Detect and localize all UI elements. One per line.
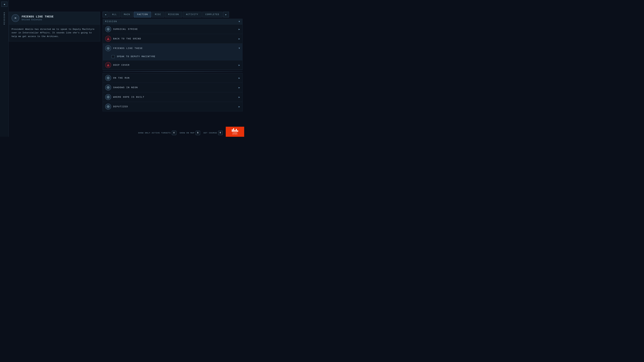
show-map-label: SHOW ON MAP [180, 132, 194, 134]
right-panel: ◀ ALL MAIN FACTION MISC MISSION ACTIVITY… [103, 12, 242, 130]
mission-item-arrow-friends-expanded: ▼ [239, 47, 240, 50]
mission-faction: United Colonies [22, 18, 54, 21]
tab-mission[interactable]: MISSION [165, 12, 182, 17]
set-course-label: SET COURSE [204, 132, 217, 134]
svg-rect-7 [108, 38, 108, 39]
show-map-hint: SHOW ON MAP B [180, 131, 200, 135]
show-map-key: B [196, 131, 200, 135]
svg-point-31 [108, 96, 108, 97]
mission-item-arrow-on-the-run: ▶ [239, 77, 240, 79]
tab-faction[interactable]: FACTION [134, 12, 151, 17]
sidebar-toggle-icon: ◀ [4, 3, 5, 6]
show-active-key: U [172, 131, 176, 135]
mission-item-arrow-where-hope-is-built: ▶ [239, 96, 240, 98]
nav-next-button[interactable]: ▶ [223, 12, 229, 17]
sidebar-label: MISSIONS [3, 12, 5, 25]
mission-icon-surgical-strike [105, 26, 111, 32]
faction-icon-text: UC [14, 17, 16, 19]
mission-item-text-surgical-strike: SURGICAL STRIKE [113, 28, 239, 30]
mission-item-text-where-hope-is-built: WHERE HOPE IS BUILT [113, 96, 239, 98]
mission-item-where-hope-is-built[interactable]: WHERE HOPE IS BUILT ▶ [103, 92, 242, 102]
svg-point-19 [108, 77, 108, 78]
mission-icon-on-the-run [105, 75, 111, 81]
faction-icon: UC [12, 14, 19, 22]
set-course-key: R [218, 131, 222, 135]
mission-item-text-friends-like-these: FRIENDS LIKE THESE [113, 47, 239, 50]
sidebar: ◀ MISSIONS [0, 0, 9, 137]
gamer-guides-text: GAMER GUIDES [232, 132, 238, 135]
task-text-speak-macintyre: SPEAK TO DEPUTY MACINTYRE [117, 55, 156, 58]
tab-main[interactable]: MAIN [121, 12, 133, 17]
mission-item-text-on-the-run: ON THE RUN [113, 77, 239, 79]
section-dropdown-icon: ▼ [239, 20, 240, 23]
mission-item-on-the-run[interactable]: ON THE RUN ▶ [103, 73, 242, 83]
mission-icon-shadows-in-neon [105, 84, 111, 90]
mission-icon-where-hope-is-built [105, 94, 111, 100]
gg-bar-3 [234, 130, 236, 132]
section-header[interactable]: MISSION ▼ [103, 19, 242, 24]
mission-item-deputized[interactable]: DEPUTIZED ▶ [103, 102, 242, 111]
gamer-guides-icon [232, 128, 238, 132]
mission-item-text-deep-cover: DEEP COVER [113, 64, 239, 66]
gamer-guides-sub: GUIDES [232, 134, 238, 135]
nav-prev-button[interactable]: ◀ [103, 12, 108, 17]
nav-prev-icon: ◀ [105, 13, 106, 16]
mission-item-text-shadows-in-neon: SHADOWS IN NEON [113, 86, 239, 89]
mission-item-arrow-surgical-strike: ▶ [239, 28, 240, 31]
tab-misc[interactable]: MISC [152, 12, 164, 17]
mission-item-shadows-in-neon[interactable]: SHADOWS IN NEON ▶ [103, 83, 242, 92]
mission-name: Friends Like These [22, 15, 54, 18]
gamer-guides-watermark: GAMER GUIDES [226, 127, 244, 137]
mission-icon-back-to-grind [105, 36, 111, 42]
svg-rect-17 [108, 66, 108, 66]
tab-activity[interactable]: ACTIVITY [183, 12, 202, 17]
mission-description: President Abello has directed me to spea… [9, 24, 100, 41]
svg-point-1 [108, 29, 108, 29]
mission-item-arrow-deputized: ▶ [239, 105, 240, 108]
mission-item-surgical-strike[interactable]: SURGICAL STRIKE ▶ [103, 24, 242, 34]
gamer-guides-title: GAMER [232, 132, 238, 134]
mission-list-area: SURGICAL STRIKE ▶ BACK TO THE GRIND ▶ [103, 24, 242, 111]
show-active-hint: SHOW ONLY ACTIVE TARGETS U [138, 131, 176, 135]
mission-item-arrow-shadows-in-neon: ▶ [239, 86, 240, 89]
left-panel: UC Friends Like These United Colonies Pr… [9, 12, 100, 41]
svg-rect-8 [108, 39, 108, 40]
mission-icon-deputized [105, 104, 111, 110]
mission-item-text-deputized: DEPUTIZED [113, 105, 239, 108]
mission-title-block: Friends Like These United Colonies [22, 15, 54, 21]
gg-bar-1 [232, 129, 233, 132]
svg-point-25 [108, 87, 108, 88]
svg-point-37 [108, 106, 108, 107]
svg-point-10 [108, 48, 108, 49]
tab-all[interactable]: ALL [109, 12, 120, 17]
show-active-label: SHOW ONLY ACTIVE TARGETS [138, 132, 171, 134]
mission-icon-deep-cover [105, 62, 111, 68]
mission-item-friends-like-these[interactable]: FRIENDS LIKE THESE ▼ [103, 43, 242, 53]
task-item-speak-macintyre[interactable]: SPEAK TO DEPUTY MACINTYRE [103, 53, 242, 60]
list-divider [103, 71, 242, 72]
tab-nav: ◀ ALL MAIN FACTION MISC MISSION ACTIVITY… [103, 12, 242, 17]
gg-bar-4 [236, 129, 237, 132]
gg-bar-5 [237, 130, 238, 132]
tab-completed[interactable]: COMPLETED [202, 12, 222, 17]
mission-item-arrow-deep-cover: ▶ [239, 64, 240, 66]
task-checkbox-speak-macintyre [112, 55, 114, 58]
mission-item-arrow-back-to-grind: ▶ [239, 37, 240, 40]
mission-list: SURGICAL STRIKE ▶ BACK TO THE GRIND ▶ [103, 24, 242, 70]
set-course-hint: SET COURSE R [204, 131, 222, 135]
sidebar-toggle-button[interactable]: ◀ [1, 2, 8, 7]
mission-item-text-back-to-grind: BACK TO THE GRIND [113, 37, 239, 40]
svg-rect-16 [108, 65, 108, 66]
mission-item-deep-cover[interactable]: DEEP COVER ▶ [103, 60, 242, 70]
section-header-text: MISSION [105, 20, 117, 23]
mission-item-back-to-grind[interactable]: BACK TO THE GRIND ▶ [103, 34, 242, 43]
mission-list-second: ON THE RUN ▶ SHADOWS IN NEON ▶ [103, 73, 242, 111]
nav-next-icon: ▶ [226, 13, 226, 16]
mission-icon-friends-like-these [105, 45, 111, 51]
mission-header: UC Friends Like These United Colonies [9, 12, 100, 24]
gg-bar-2 [233, 128, 234, 132]
